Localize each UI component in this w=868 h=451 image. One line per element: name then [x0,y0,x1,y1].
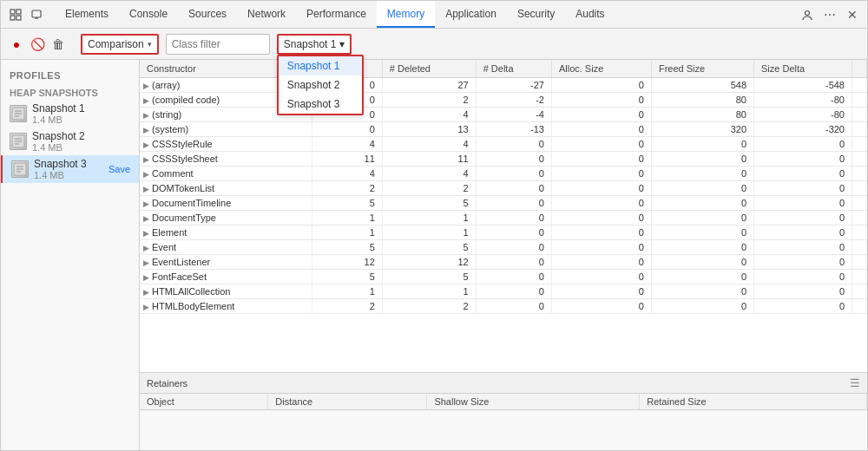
snapshot3-size: 1.4 MB [34,170,87,180]
content-area: Constructor # New # Deleted # Delta Allo… [140,60,867,450]
table-row[interactable]: ▶(compiled code) 0 2 -2 0 80 -80 [140,93,867,108]
sidebar-item-snapshot2[interactable]: Snapshot 2 1.4 MB [1,127,139,155]
expand-arrow[interactable]: ▶ [143,303,149,311]
snapshot3-save[interactable]: Save [108,164,130,174]
snapshot-option-2[interactable]: Snapshot 2 [279,75,362,95]
table-row[interactable]: ▶HTMLBodyElement 2 2 0 0 0 0 [140,299,867,314]
expand-arrow[interactable]: ▶ [143,273,149,282]
col-alloc-size[interactable]: Alloc. Size [551,60,651,78]
cell-delta: -27 [476,78,551,93]
data-table-wrapper[interactable]: Constructor # New # Deleted # Delta Allo… [140,60,867,372]
cell-spacer [852,93,867,108]
cell-constructor: ▶EventListener [140,255,312,270]
svg-rect-2 [16,10,21,14]
record-button[interactable]: ● [8,36,25,53]
table-row[interactable]: ▶DocumentTimeline 5 5 0 0 0 0 [140,196,867,211]
table-row[interactable]: ▶EventListener 12 12 0 0 0 0 [140,255,867,270]
retainers-col-shallow[interactable]: Shallow Size [427,394,640,410]
expand-arrow[interactable]: ▶ [143,185,149,193]
table-row[interactable]: ▶Comment 4 4 0 0 0 0 [140,167,867,181]
retainers-options-icon[interactable]: ☰ [850,376,860,389]
snapshot2-info: Snapshot 2 1.4 MB [32,130,85,153]
col-delta[interactable]: # Delta [476,60,551,78]
expand-arrow[interactable]: ▶ [143,126,149,134]
sidebar-item-snapshot1[interactable]: Snapshot 1 1.4 MB [1,100,139,127]
cell-deleted: 4 [382,167,476,181]
more-icon[interactable]: ⋯ [822,7,838,23]
retainers-table: Object Distance Shallow Size Retained Si… [140,394,867,410]
expand-arrow[interactable]: ▶ [143,244,149,252]
cell-freed: 0 [651,181,753,196]
cell-freed: 0 [651,240,753,255]
expand-arrow[interactable]: ▶ [143,96,149,105]
tab-performance[interactable]: Performance [296,1,377,28]
retainers-col-object[interactable]: Object [140,394,268,410]
cell-freed: 0 [651,167,753,181]
expand-arrow[interactable]: ▶ [143,199,149,208]
table-row[interactable]: ▶DOMTokenList 2 2 0 0 0 0 [140,181,867,196]
cell-spacer [852,167,867,181]
table-row[interactable]: ▶FontFaceSet 5 5 0 0 0 0 [140,270,867,284]
retainers-body: Object Distance Shallow Size Retained Si… [140,394,867,450]
table-row[interactable]: ▶(string) 0 4 -4 0 80 -80 [140,108,867,122]
tab-audits[interactable]: Audits [565,1,615,28]
table-row[interactable]: ▶(array) 0 27 -27 0 548 -548 [140,78,867,93]
expand-arrow[interactable]: ▶ [143,155,149,164]
expand-arrow[interactable]: ▶ [143,170,149,179]
expand-arrow[interactable]: ▶ [143,229,149,238]
cell-size-delta: 0 [754,181,852,196]
tab-memory[interactable]: Memory [377,1,435,28]
table-row[interactable]: ▶Element 1 1 0 0 0 0 [140,226,867,240]
expand-arrow[interactable]: ▶ [143,82,149,90]
snapshot-select-button[interactable]: Snapshot 1 ▾ [277,34,352,55]
cell-spacer [852,181,867,196]
close-icon[interactable]: ✕ [845,7,860,23]
cell-size-delta: 0 [754,152,852,167]
cell-freed: 0 [651,152,753,167]
col-size-delta[interactable]: Size Delta [754,60,852,78]
user-icon[interactable] [799,7,815,23]
col-deleted[interactable]: # Deleted [382,60,476,78]
cell-constructor: ▶HTMLBodyElement [140,299,312,314]
expand-arrow[interactable]: ▶ [143,141,149,149]
cell-size-delta: 0 [754,137,852,152]
cell-size-delta: -80 [754,108,852,122]
expand-arrow[interactable]: ▶ [143,288,149,297]
tab-application[interactable]: Application [435,1,507,28]
comparison-select[interactable]: Comparison ▾ [81,34,159,55]
tab-network[interactable]: Network [237,1,296,28]
table-row[interactable]: ▶Event 5 5 0 0 0 0 [140,240,867,255]
sidebar-item-snapshot3[interactable]: Snapshot 3 1.4 MB Save [1,155,139,183]
stop-button[interactable]: 🚫 [29,36,46,53]
trash-button[interactable]: 🗑 [49,36,67,53]
cell-delta: 0 [476,299,551,314]
table-row[interactable]: ▶CSSStyleSheet 11 11 0 0 0 0 [140,152,867,167]
tab-security[interactable]: Security [507,1,565,28]
table-row[interactable]: ▶(system) 0 13 -13 0 320 -320 [140,122,867,137]
tab-elements[interactable]: Elements [55,1,119,28]
cell-constructor: ▶Event [140,240,312,255]
retainers-col-distance[interactable]: Distance [268,394,427,410]
table-row[interactable]: ▶DocumentType 1 1 0 0 0 0 [140,211,867,226]
expand-arrow[interactable]: ▶ [143,111,149,120]
cell-spacer [852,122,867,137]
cell-delta: 0 [476,255,551,270]
comparison-label: Comparison [88,38,144,50]
snapshot-option-1[interactable]: Snapshot 1 [279,56,362,75]
tab-console[interactable]: Console [119,1,178,28]
profiles-title: Profiles [1,67,139,82]
retainers-col-retained[interactable]: Retained Size [640,394,867,410]
tab-sources[interactable]: Sources [178,1,237,28]
class-filter-input[interactable] [166,34,270,55]
expand-arrow[interactable]: ▶ [143,214,149,223]
table-row[interactable]: ▶HTMLAllCollection 1 1 0 0 0 0 [140,284,867,299]
table-row[interactable]: ▶CSSStyleRule 4 4 0 0 0 0 [140,137,867,152]
comparison-arrow: ▾ [148,40,152,49]
snapshot-option-3[interactable]: Snapshot 3 [279,95,362,114]
cell-alloc: 0 [551,255,651,270]
device-icon[interactable] [29,7,44,23]
col-freed-size[interactable]: Freed Size [651,60,753,78]
expand-arrow[interactable]: ▶ [143,258,149,267]
inspect-icon[interactable] [8,7,23,23]
cell-new: 1 [312,284,382,299]
